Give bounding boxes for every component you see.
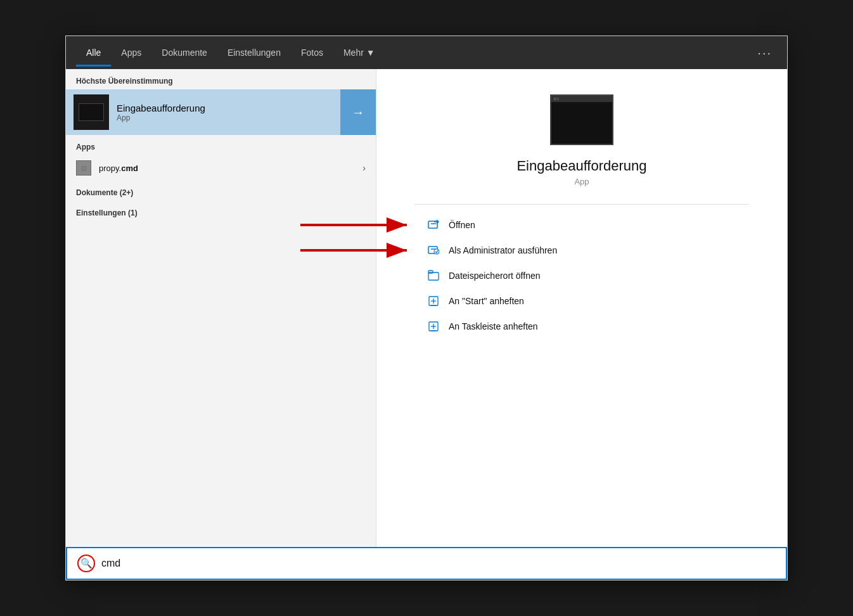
app-item-propy-cmd[interactable]: ⊡ propy.cmd › bbox=[66, 155, 376, 181]
tab-apps[interactable]: Apps bbox=[111, 39, 151, 67]
dokumente-section-label: Dokumente (2+) bbox=[66, 181, 376, 201]
top-match-item[interactable]: Eingabeaufforderung App → bbox=[66, 89, 376, 135]
mehr-dropdown-icon: ▼ bbox=[366, 48, 375, 58]
action-list: Öffnen bbox=[414, 205, 749, 347]
app-preview-icon: C:\ bbox=[550, 94, 613, 145]
action-pin-to-taskbar[interactable]: An Taskleiste anheften bbox=[414, 314, 749, 339]
search-window: Alle Apps Dokumente Einstellungen Fotos … bbox=[65, 35, 788, 581]
action-run-as-admin-label: Als Administrator ausführen bbox=[449, 245, 557, 255]
search-icon-circle: 🔍 bbox=[77, 555, 95, 572]
action-open[interactable]: Öffnen bbox=[414, 212, 749, 238]
propy-cmd-arrow: › bbox=[362, 163, 366, 173]
search-icon: 🔍 bbox=[80, 558, 93, 569]
right-panel: C:\ Eingabeaufforderung App bbox=[376, 69, 787, 547]
tab-einstellungen[interactable]: Einstellungen bbox=[217, 39, 291, 67]
search-bar: 🔍 cmd bbox=[66, 547, 787, 580]
top-match-name: Eingabeaufforderung bbox=[117, 103, 340, 113]
pin-start-icon bbox=[427, 295, 440, 307]
action-pin-to-start[interactable]: An "Start" anheften bbox=[414, 288, 749, 314]
action-pin-to-taskbar-label: An Taskleiste anheften bbox=[449, 321, 538, 331]
search-input-text[interactable]: cmd bbox=[101, 558, 120, 569]
admin-icon bbox=[427, 244, 440, 257]
left-panel: Höchste Übereinstimmung Eingabeaufforder… bbox=[66, 69, 376, 547]
tab-dokumente[interactable]: Dokumente bbox=[151, 39, 217, 67]
content-area: Höchste Übereinstimmung Eingabeaufforder… bbox=[66, 69, 787, 547]
propy-cmd-icon-symbol: ⊡ bbox=[81, 165, 86, 172]
top-match-subtitle: App bbox=[117, 113, 340, 122]
red-arrow-open bbox=[300, 219, 414, 231]
nav-bar: Alle Apps Dokumente Einstellungen Fotos … bbox=[66, 36, 787, 69]
open-icon bbox=[427, 219, 440, 231]
tab-alle[interactable]: Alle bbox=[76, 39, 111, 67]
propy-cmd-icon: ⊡ bbox=[76, 160, 91, 176]
propy-cmd-name: propy.cmd bbox=[99, 164, 362, 173]
right-panel-content: C:\ Eingabeaufforderung App bbox=[376, 69, 787, 547]
more-options-button[interactable]: ··· bbox=[752, 41, 777, 65]
red-arrow-admin bbox=[300, 244, 414, 257]
top-match-text: Eingabeaufforderung App bbox=[117, 103, 340, 122]
action-open-file-location-label: Dateispeicherort öffnen bbox=[449, 271, 541, 281]
top-match-app-icon bbox=[74, 94, 109, 130]
action-pin-to-start-label: An "Start" anheften bbox=[449, 296, 524, 306]
app-preview-type: App bbox=[574, 177, 589, 186]
action-run-as-admin[interactable]: Als Administrator ausführen bbox=[414, 238, 749, 263]
apps-section-label: Apps bbox=[66, 135, 376, 155]
tab-fotos[interactable]: Fotos bbox=[291, 39, 333, 67]
folder-icon bbox=[427, 269, 440, 282]
tab-mehr[interactable]: Mehr ▼ bbox=[333, 39, 385, 67]
top-match-arrow[interactable]: → bbox=[340, 89, 376, 135]
svg-rect-9 bbox=[428, 273, 439, 280]
app-preview-name: Eingabeaufforderung bbox=[516, 158, 646, 174]
action-open-label: Öffnen bbox=[449, 220, 475, 230]
top-match-section-label: Höchste Übereinstimmung bbox=[66, 69, 376, 89]
mehr-label: Mehr bbox=[343, 48, 364, 58]
preview-title-bar: C:\ bbox=[551, 96, 612, 102]
cmd-icon-inner bbox=[79, 103, 104, 121]
action-open-file-location[interactable]: Dateispeicherort öffnen bbox=[414, 263, 749, 288]
pin-taskbar-icon bbox=[427, 320, 440, 333]
